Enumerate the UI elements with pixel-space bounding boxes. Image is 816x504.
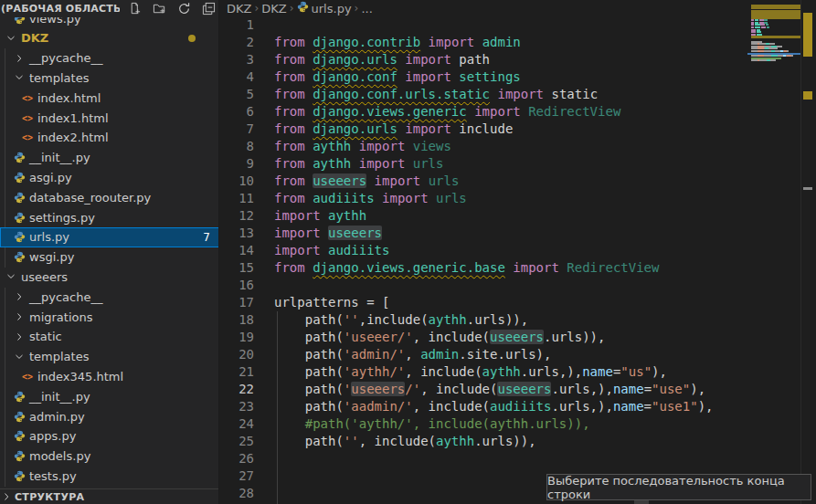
collapse-all-icon[interactable] (201, 2, 216, 16)
ruler-mark (803, 13, 812, 57)
code-line[interactable]: 10from useeers import urls (220, 173, 747, 190)
line-number[interactable]: 26 (220, 450, 254, 467)
sidebar-item-tests-py[interactable]: tests.py (0, 466, 219, 486)
line-number[interactable]: 17 (220, 294, 254, 311)
overview-ruler-scrollbar[interactable] (800, 0, 816, 504)
code-line[interactable]: 6from django.views.generic import Redire… (220, 103, 747, 121)
sidebar-item-templates[interactable]: templates (0, 347, 219, 367)
code-line[interactable]: 3from django.urls import path (220, 51, 747, 68)
line-number[interactable]: 8 (220, 138, 254, 155)
line-number[interactable]: 5 (220, 86, 254, 103)
code-line[interactable]: 19 path('useeer/', include(useeers.urls)… (220, 329, 747, 346)
code-line[interactable]: 9from aythh import urls (220, 155, 747, 173)
code-line[interactable]: 14import audiiits (220, 242, 747, 259)
sidebar-item-settings-py[interactable]: settings.py (0, 207, 219, 227)
line-number[interactable]: 21 (220, 363, 254, 381)
code-line[interactable]: 25 path('', include(aythh.urls)), (220, 433, 747, 450)
sidebar-item-models-py[interactable]: models.py (0, 446, 219, 467)
code-line[interactable]: 7from django.urls import include (220, 121, 747, 138)
workspace-title: (РАБОЧАЯ ОБЛАСТЬ) ... (1, 3, 120, 15)
ruler-mark (803, 91, 812, 100)
code-line[interactable]: 2from django.contrib import admin (220, 34, 747, 51)
item-label: DKZ (21, 31, 48, 45)
line-number[interactable]: 15 (220, 259, 254, 277)
python-file-icon (12, 411, 26, 423)
line-number[interactable]: 22 (220, 381, 254, 398)
line-number[interactable]: 19 (220, 329, 254, 346)
sidebar-item--init-py[interactable]: __init__.py (0, 148, 219, 168)
code-line[interactable]: 16 (220, 277, 747, 294)
minimap[interactable] (747, 0, 800, 504)
sidebar-item-static[interactable]: static (0, 327, 219, 347)
line-number[interactable]: 1 (220, 16, 254, 34)
code-line[interactable]: 22 path('useeers/', include(useeers.urls… (220, 381, 747, 398)
code-line[interactable]: 23 path('aadmin/', include(audiiits.urls… (220, 398, 747, 415)
line-text: import useeers (274, 225, 382, 242)
sidebar-item-index1-html[interactable]: <>index1.html (0, 108, 219, 128)
sidebar-item-urls-py[interactable]: urls.py7 (0, 227, 219, 247)
line-number[interactable]: 27 (220, 467, 254, 485)
line-number[interactable]: 2 (220, 34, 254, 51)
code-line[interactable]: 5from django.conf.urls.static import sta… (220, 86, 747, 103)
line-number[interactable]: 9 (220, 155, 254, 173)
line-text: from django.conf.urls.static import stat… (274, 86, 598, 103)
line-text: path('aythh/', include(aythh.urls,),name… (274, 363, 667, 381)
sidebar-item-migrations[interactable]: migrations (0, 307, 219, 327)
code-line[interactable]: 21 path('aythh/', include(aythh.urls,),n… (220, 363, 747, 381)
code-line[interactable]: 15from django.views.generic.base import … (220, 259, 747, 277)
code-line[interactable]: 18 path('',include(aythh.urls)), (220, 311, 747, 329)
line-text: path('useeer/', include(useeers.urls)), (274, 329, 605, 346)
sidebar-item-database-roouter-py[interactable]: database_roouter.py (0, 187, 219, 207)
sidebar-item--init-py[interactable]: __init__.py (0, 386, 219, 406)
line-number[interactable]: 13 (220, 225, 254, 242)
refresh-icon[interactable] (176, 2, 191, 16)
line-number[interactable]: 16 (220, 277, 254, 294)
line-number[interactable]: 4 (220, 68, 254, 86)
line-number[interactable]: 18 (220, 311, 254, 329)
line-number[interactable]: 25 (220, 433, 254, 450)
code-line[interactable]: 4from django.conf import settings (220, 68, 747, 86)
line-number[interactable]: 23 (220, 398, 254, 415)
sidebar-item-wsgi-py[interactable]: wsgi.py (0, 247, 219, 268)
line-number[interactable]: 6 (220, 103, 254, 121)
code-line[interactable]: 8from aythh import views (220, 138, 747, 155)
html-file-icon: <> (20, 113, 35, 123)
line-number[interactable]: 11 (220, 190, 254, 207)
explorer-actions (127, 2, 216, 16)
outline-section-header[interactable]: СТРУКТУРА (0, 488, 219, 504)
new-folder-icon[interactable] (152, 2, 166, 16)
sidebar-item-templates[interactable]: templates (0, 68, 219, 88)
sidebar-item-index-html[interactable]: <>index.html (0, 88, 219, 108)
code-line[interactable]: 12import aythh (220, 207, 747, 225)
code-line[interactable]: 17urlpatterns = [ (220, 294, 747, 311)
code-area[interactable]: 12from django.contrib import admin3from … (220, 0, 747, 504)
sidebar-item-index2-html[interactable]: <>index2.html (0, 128, 219, 148)
line-number[interactable]: 10 (220, 173, 254, 190)
code-line[interactable]: 24 #path('aythh/', include(aythh.urls)), (220, 415, 747, 433)
sidebar-item-asgi-py[interactable]: asgi.py (0, 167, 219, 187)
line-number[interactable]: 7 (220, 121, 254, 138)
line-number[interactable]: 12 (220, 207, 254, 225)
sidebar-item--pycache-[interactable]: __pycache__ (0, 287, 219, 307)
code-line[interactable]: 1 (220, 16, 747, 34)
code-line[interactable]: 20 path('admin/', admin.site.urls), (220, 346, 747, 363)
line-number[interactable]: 3 (220, 51, 254, 68)
sidebar-item-admin-py[interactable]: admin.py (0, 406, 219, 426)
code-line[interactable]: 11from audiiits import urls (220, 190, 747, 207)
sidebar-item-useeers[interactable]: useeers (0, 267, 219, 287)
sidebar-item-apps-py[interactable]: apps.py (0, 426, 219, 446)
line-number[interactable]: 24 (220, 415, 254, 433)
line-number[interactable]: 20 (220, 346, 254, 363)
line-number[interactable]: 28 (220, 485, 254, 502)
new-file-icon[interactable] (127, 2, 142, 16)
sidebar-item-dkz[interactable]: DKZ (0, 28, 219, 48)
explorer-section-header[interactable]: (РАБОЧАЯ ОБЛАСТЬ) ... (0, 0, 219, 17)
code-line[interactable]: 13import useeers (220, 225, 747, 242)
sidebar-item--pycache-[interactable]: __pycache__ (0, 48, 219, 68)
sidebar-item-index345-html[interactable]: <>index345.html (0, 366, 219, 386)
line-number[interactable]: 14 (220, 242, 254, 259)
html-file-icon: <> (20, 132, 35, 142)
code-line[interactable]: 26 (220, 450, 747, 467)
item-label: templates (29, 71, 89, 85)
statusbar-tooltip: Выберите последовательность конца строки (546, 474, 811, 500)
